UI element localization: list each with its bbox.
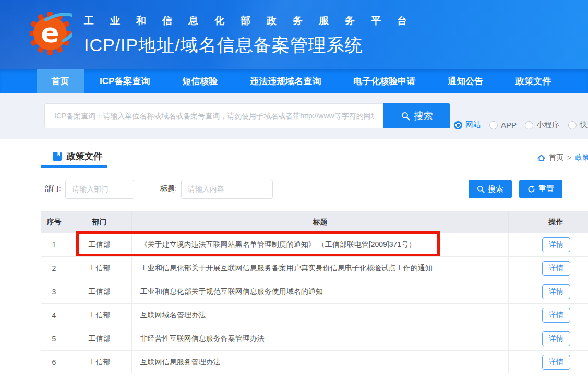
dept-filter-input[interactable] (65, 180, 134, 199)
row-dept: 工信部 (67, 280, 132, 303)
home-icon (537, 154, 545, 162)
table-header-row: 序号 部门 标题 操作 (41, 211, 588, 233)
radio-unselected-icon (525, 121, 533, 129)
detail-button[interactable]: 详情 (542, 355, 570, 370)
row-no: 6 (41, 351, 67, 374)
main-nav: 首页 ICP备案查询 短信核验 违法违规域名查询 电子化核验申请 通知公告 政策… (0, 69, 588, 93)
filter-form: 部门: 标题: (44, 179, 273, 199)
search-type-radios: 网站 APP 小程序 快应用 (454, 120, 588, 130)
nav-item-e-verification[interactable]: 电子化核验申请 (353, 69, 415, 93)
nav-item-icp-query[interactable]: ICP备案查询 (100, 69, 150, 93)
radio-app[interactable]: APP (489, 121, 517, 129)
row-no: 3 (41, 280, 67, 303)
row-dept: 工信部 (67, 257, 132, 280)
platform-title: 工业和信息化部政务服务平台 (84, 14, 423, 28)
nav-item-notices[interactable]: 通知公告 (448, 69, 483, 93)
breadcrumb-home-link[interactable]: 首页 (549, 153, 563, 162)
icp-search-button-label: 搜索 (414, 110, 433, 122)
col-header-no: 序号 (41, 211, 67, 233)
row-no: 2 (41, 257, 67, 280)
nav-item-sms-verify[interactable]: 短信核验 (182, 69, 218, 93)
row-no: 1 (41, 233, 67, 256)
filter-search-button[interactable]: 搜索 (469, 180, 512, 198)
row-title: 工业和信息化部关于开展互联网信息服务备案用户真实身份信息电子化核验试点工作的通知 (132, 257, 509, 280)
breadcrumb: 首页 > 政策文件 (537, 153, 588, 162)
filter-buttons: 搜索 重置 (469, 180, 562, 198)
row-no: 4 (41, 304, 67, 327)
radio-website[interactable]: 网站 (454, 120, 481, 130)
row-title: 工业和信息化部关于规范互联网信息服务使用域名的通知 (132, 280, 509, 303)
quick-search-band: 搜索 网站 APP 小程序 快应用 (0, 93, 588, 139)
search-icon (477, 185, 485, 193)
row-title: 互联网域名管理办法 (132, 304, 509, 327)
radio-selected-icon (454, 121, 462, 129)
section-title: 政策文件 (67, 150, 102, 162)
col-header-title: 标题 (132, 211, 509, 233)
icp-search-button[interactable]: 搜索 (383, 103, 450, 128)
radio-unselected-icon (568, 121, 577, 129)
section-divider (41, 167, 588, 167)
section-header: 政策文件 (52, 150, 102, 162)
filter-reset-button[interactable]: 重置 (519, 180, 562, 198)
row-dept: 工信部 (67, 304, 132, 327)
detail-button[interactable]: 详情 (542, 261, 570, 276)
table-row: 5 工信部 非经营性互联网信息服务备案管理办法 详情 (41, 327, 588, 351)
row-dept: 工信部 (67, 327, 132, 350)
table-row: 6 工信部 互联网信息服务管理办法 详情 (41, 351, 588, 374)
detail-button[interactable]: 详情 (542, 284, 570, 299)
svg-text:e: e (41, 17, 59, 49)
row-dept: 工信部 (67, 351, 132, 374)
nav-item-home[interactable]: 首页 (37, 69, 84, 93)
radio-miniprogram[interactable]: 小程序 (525, 120, 560, 130)
title-filter-input[interactable] (181, 180, 273, 199)
col-header-dept: 部门 (67, 211, 132, 233)
detail-button[interactable]: 详情 (542, 308, 570, 323)
radio-unselected-icon (489, 121, 498, 129)
title-filter-label: 标题: (160, 184, 177, 194)
miit-gear-e-logo: e (30, 9, 72, 57)
detail-button[interactable]: 详情 (542, 331, 570, 346)
detail-button[interactable]: 详情 (542, 237, 570, 252)
row-title: 非经营性互联网信息服务备案管理办法 (132, 327, 509, 350)
page-header: e 工业和信息化部政务服务平台 ICP/IP地址/域名信息备案管理系统 (0, 0, 588, 69)
table-row: 3 工信部 工业和信息化部关于规范互联网信息服务使用域名的通知 详情 (41, 280, 588, 304)
table-row: 2 工信部 工业和信息化部关于开展互联网信息服务备案用户真实身份信息电子化核验试… (41, 257, 588, 280)
nav-item-policy-docs[interactable]: 政策文件 (515, 69, 551, 93)
dept-filter-label: 部门: (44, 184, 61, 194)
search-icon (401, 112, 410, 121)
refresh-icon (527, 185, 535, 193)
policy-table: 序号 部门 标题 操作 1 工信部 《关于建立境内违法互联网站黑名单管理制度的通… (41, 211, 588, 374)
radio-quickapp[interactable]: 快应用 (568, 120, 588, 130)
table-row: 1 工信部 《关于建立境内违法互联网站黑名单管理制度的通知》 （工信部联电管[2… (41, 233, 588, 257)
breadcrumb-current: 政策文件 (575, 153, 588, 162)
row-title: 互联网信息服务管理办法 (132, 351, 509, 374)
row-dept: 工信部 (67, 233, 132, 256)
nav-item-illegal-domain-query[interactable]: 违法违规域名查询 (250, 69, 321, 93)
row-title: 《关于建立境内违法互联网站黑名单管理制度的通知》 （工信部联电管[2009]37… (132, 233, 509, 256)
table-row: 4 工信部 互联网域名管理办法 详情 (41, 304, 588, 327)
breadcrumb-separator: > (567, 153, 571, 162)
icp-search-input[interactable] (44, 103, 383, 128)
system-title: ICP/IP地址/域名信息备案管理系统 (84, 33, 423, 57)
book-icon (52, 151, 62, 161)
section-title-underline (41, 165, 107, 168)
row-no: 5 (41, 327, 67, 350)
col-header-operation: 操作 (509, 211, 588, 233)
